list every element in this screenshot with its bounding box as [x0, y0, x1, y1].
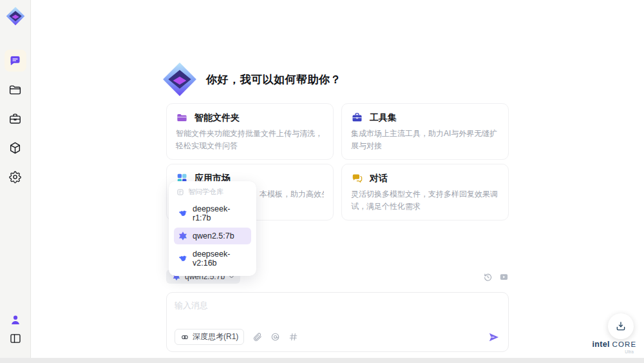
model-dropdown: 智问学仓库 deepseek-r1:7b qwen2.5:7b — [169, 181, 256, 276]
model-option-deepseek-r1[interactable]: deepseek-r1:7b — [174, 201, 251, 226]
chat-icon — [8, 54, 22, 68]
qwen-icon — [178, 231, 188, 241]
briefcase-icon — [8, 112, 22, 126]
card-toolset[interactable]: 工具集 集成市场上主流工具，助力AI与外界无缝扩展与对接 — [341, 103, 509, 160]
user-icon[interactable] — [9, 313, 22, 326]
at-circle-icon — [270, 332, 280, 342]
folder-icon — [8, 83, 22, 97]
main-area: 你好，我可以如何帮助你？ 智能文件夹 智能文件夹功能支持批量文件上传与清洗，轻松… — [31, 0, 644, 358]
assistant-logo-icon — [161, 61, 198, 98]
intel-core-badge: intel core Ultra — [591, 340, 638, 354]
composer: 深度思考(R1) — [166, 292, 509, 352]
deepseek-icon — [178, 208, 188, 219]
card-title: 对话 — [370, 173, 388, 184]
core-logo-text: core — [612, 340, 636, 348]
sidebar-item-toolbox[interactable] — [5, 108, 26, 130]
repository-icon — [176, 188, 184, 196]
model-option-label: deepseek-r1:7b — [193, 204, 247, 222]
model-dropdown-header-label: 智问学仓库 — [188, 187, 223, 197]
model-option-deepseek-v2[interactable]: deepseek-v2:16b — [174, 246, 251, 271]
card-title: 工具集 — [370, 112, 397, 124]
sidebar-item-folders[interactable] — [5, 79, 26, 101]
grid-icon — [289, 332, 298, 342]
sidebar — [0, 0, 31, 358]
sidebar-nav — [5, 50, 26, 195]
card-smart-folder[interactable]: 智能文件夹 智能文件夹功能支持批量文件上传与清洗，轻松实现文件问答 — [166, 103, 334, 160]
sidebar-item-settings[interactable] — [5, 166, 26, 188]
model-option-label: qwen2.5:7b — [193, 231, 234, 240]
app-logo-icon — [5, 6, 26, 26]
model-option-label: deepseek-v2:16b — [193, 250, 247, 268]
model-option-qwen[interactable]: qwen2.5:7b — [174, 228, 251, 244]
deepseek-icon — [178, 253, 188, 264]
sidebar-bottom — [9, 313, 22, 345]
history-icon[interactable] — [483, 272, 493, 282]
composer-toolbar: 深度思考(R1) — [175, 329, 500, 345]
dialog-icon — [351, 172, 363, 184]
greeting: 你好，我可以如何帮助你？ — [161, 0, 509, 98]
toolset-icon — [351, 112, 363, 124]
page-title: 你好，我可以如何帮助你？ — [206, 72, 341, 87]
mention-button[interactable] — [270, 332, 280, 342]
card-dialog[interactable]: 对话 灵活切换多模型文件，支持多样回复效果调试，满足个性化需求 — [341, 164, 509, 221]
download-button[interactable] — [608, 313, 634, 339]
card-description: 灵活切换多模型文件，支持多样回复效果调试，满足个性化需求 — [351, 188, 499, 212]
download-icon — [615, 320, 627, 332]
send-button[interactable] — [488, 331, 500, 344]
deep-think-icon — [180, 333, 189, 342]
send-icon — [488, 331, 500, 344]
intel-sub-text: Ultra — [591, 349, 638, 354]
window-bottom-edge — [0, 358, 644, 363]
app-window: 你好，我可以如何帮助你？ 智能文件夹 智能文件夹功能支持批量文件上传与清洗，轻松… — [0, 0, 644, 363]
deep-think-label: 深度思考(R1) — [193, 331, 238, 342]
package-icon — [8, 141, 22, 155]
message-input[interactable] — [175, 300, 500, 319]
screen-cast-icon[interactable] — [499, 272, 509, 282]
sidebar-item-chat[interactable] — [5, 50, 26, 72]
card-title: 智能文件夹 — [194, 112, 240, 124]
sidebar-item-apps[interactable] — [5, 137, 26, 159]
card-description: 智能文件夹功能支持批量文件上传与清洗，轻松实现文件问答 — [176, 128, 324, 152]
prompt-library-button[interactable] — [289, 332, 298, 342]
panel-layout-icon[interactable] — [9, 332, 22, 345]
card-description: 集成市场上主流工具，助力AI与外界无缝扩展与对接 — [351, 128, 499, 152]
smart-folder-icon — [176, 112, 188, 124]
intel-logo-text: intel — [592, 340, 609, 349]
attach-button[interactable] — [252, 332, 262, 342]
deep-think-toggle[interactable]: 深度思考(R1) — [175, 329, 244, 345]
gear-icon — [8, 170, 22, 184]
selector-row-icons — [483, 272, 509, 282]
model-dropdown-header: 智问学仓库 — [174, 186, 251, 201]
paperclip-icon — [252, 332, 262, 342]
